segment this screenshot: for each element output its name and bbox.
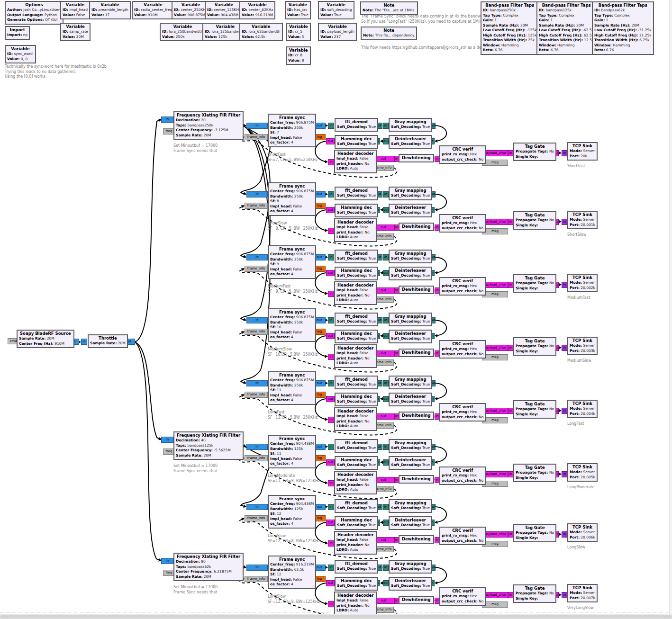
chain1-fft-demod-in-port[interactable]: in — [328, 123, 334, 129]
soapy-bladerf-source-block[interactable]: Soapy BladeRF SourceSample Rate: 20MCent… — [17, 330, 74, 348]
chain7-fft-demod-block[interactable]: fft_demodSoft_Decoding: True — [335, 499, 378, 513]
chain3-gray-mapping-block[interactable]: Gray mappingSoft_Decoding: True — [389, 250, 432, 263]
chain5-tcp-sink-block[interactable]: TCP SinkMode: ServerPort: 20.004k — [567, 400, 598, 418]
chain3-fft-demod-block[interactable]: fft_demodSoft_Decoding: True — [335, 250, 378, 263]
chain5-frame-sync-block[interactable]: Frame syncCenter_freq: 906.875MBandwidth… — [268, 371, 316, 405]
bandpass-62k-block[interactable]: Band-pass Filter TapsID: bandpass62kTap … — [592, 1, 654, 55]
chain5-header-decoder-block[interactable]: Header decoderImpl_head: Falseprint_head… — [334, 407, 377, 431]
variable-radio-center-freq-block[interactable]: VariableID: radio_center_freqValue: 910M — [132, 1, 174, 19]
chain3-crc-verif-in-port[interactable]: in — [435, 287, 439, 294]
chain3-frame-sync-in-port[interactable]: in — [246, 254, 268, 260]
note-dependency-block[interactable]: NoteNote: This flo... dependency. — [361, 27, 417, 40]
chain5-deinterleaver-out-port[interactable]: out — [383, 396, 389, 402]
chain7-crc-verif-block[interactable]: CRC verifprint_rx_msg: Hexoutput_crc_che… — [439, 527, 486, 545]
chain4-dewhitening-block[interactable]: Dewhitening — [399, 349, 434, 357]
chain6-crc-verif-in-port[interactable]: in — [435, 477, 439, 483]
chain6-crc-verif-block[interactable]: CRC verifprint_rx_msg: Hexoutput_crc_che… — [439, 466, 486, 485]
chain6-deinterleaver-block[interactable]: DeinterleaverSoft_Decoding: True — [389, 456, 432, 470]
chain7-hamming-dec-out-port[interactable]: out — [326, 520, 335, 526]
horizontal-scrollbar[interactable] — [0, 614, 672, 619]
chain2-deinterleaver-out-port[interactable]: out — [383, 207, 389, 213]
chain6-frame-sync-in-port[interactable]: in — [246, 444, 268, 450]
bandpass-250k-block[interactable]: Band-pass Filter TapsID: bandpass250kTap… — [481, 1, 539, 55]
horizontal-scrollbar-thumb[interactable] — [0, 615, 672, 619]
chain4-tcp-sink-in-port[interactable]: in — [562, 345, 567, 351]
chain8-crc-verif-in-port[interactable]: in — [435, 598, 439, 604]
chain6-frame-sync-block[interactable]: Frame syncCenter_freq: 904.438MBandwidth… — [268, 435, 316, 468]
chain7-tag-gate-block[interactable]: Tag GatePropagate Tags: NoSingle Key: — [513, 524, 556, 542]
chain7-hamming-dec-block[interactable]: Hamming decSoft_Decoding: True — [335, 516, 378, 530]
stream-wire[interactable] — [435, 320, 446, 336]
chain8-frame-sync-block[interactable]: Frame syncCenter_freq: 916.219MBandwidth… — [268, 556, 316, 589]
variable-soft-decoding-block[interactable]: VariableID: soft_decodingValue: True — [318, 1, 354, 19]
variable-samp-rate-block[interactable]: VariableID: samp_rateValue: 20M — [60, 23, 91, 41]
chain8-header-decoder-in-port[interactable]: in — [328, 601, 334, 607]
chain5-header-decoder-in-port[interactable]: in — [328, 417, 334, 423]
throttle-block[interactable]: ThrottleSample Rate: 20M — [88, 334, 128, 348]
chain2-gray-mapping-block[interactable]: Gray mappingSoft_Decoding: True — [389, 187, 432, 200]
chain2-tag-gate-in-port[interactable]: in — [508, 219, 513, 225]
stream-wire[interactable] — [435, 257, 446, 273]
chain5-frame-sync-in-port[interactable]: in — [246, 380, 268, 386]
chain4-gray-mapping-block[interactable]: Gray mappingSoft_Decoding: True — [389, 313, 432, 326]
chain3-fft-demod-in-port[interactable]: in — [328, 254, 334, 260]
chain1-gray-mapping-in-port[interactable]: in — [383, 123, 389, 129]
stream-wire[interactable] — [435, 126, 446, 141]
chain2-dewhitening-block[interactable]: Dewhitening — [399, 223, 434, 231]
throttle-in-port[interactable]: in — [81, 339, 87, 345]
chain8-fft-demod-in-port[interactable]: in — [328, 565, 334, 571]
chain1-tag-gate-in-port[interactable]: in — [508, 150, 513, 156]
chain8-tag-gate-in-port[interactable]: in — [508, 592, 513, 598]
freq-xlating-fir-filter-250k-block[interactable]: Frequency Xlating FIR FilterDecimation: … — [173, 111, 244, 140]
chain8-hamming-dec-out-port[interactable]: out — [326, 580, 335, 586]
chain8-hamming-dec-block[interactable]: Hamming decSoft_Decoding: True — [335, 577, 378, 591]
chain4-deinterleaver-out-port[interactable]: out — [383, 333, 389, 339]
chain8-gray-mapping-in-port[interactable]: in — [383, 565, 389, 571]
options-block[interactable]: OptionsAuthor: Josh Co...yLinuxUser)Outp… — [5, 1, 64, 25]
chain6-deinterleaver-out-port[interactable]: out — [383, 459, 389, 466]
chain6-tag-gate-block[interactable]: Tag GatePropagate Tags: NoSingle Key: — [513, 464, 556, 482]
chain1-hamming-dec-out-port[interactable]: out — [326, 138, 335, 144]
chain4-tag-gate-in-port[interactable]: in — [508, 345, 513, 351]
chain1-frame-sync-frame-info-port[interactable]: frame_info — [245, 134, 268, 140]
chain4-hamming-dec-out-port[interactable]: out — [326, 333, 335, 339]
chain3-deinterleaver-block[interactable]: DeinterleaverSoft_Decoding: True — [389, 267, 432, 280]
chain2-crc-verif-in-port[interactable]: in — [435, 224, 439, 231]
chain6-hamming-dec-block[interactable]: Hamming decSoft_Decoding: True — [335, 456, 378, 470]
chain4-hamming-dec-block[interactable]: Hamming decSoft_Decoding: True — [335, 330, 378, 343]
chain3-tag-gate-block[interactable]: Tag GatePropagate Tags: NoSingle Key: — [513, 274, 556, 293]
chain7-header-decoder-in-port[interactable]: in — [328, 540, 334, 547]
chain8-tcp-sink-in-port[interactable]: in — [562, 592, 567, 598]
chain6-header-decoder-in-port[interactable]: in — [328, 480, 334, 486]
chain8-fft-demod-block[interactable]: fft_demodSoft_Decoding: True — [335, 560, 378, 574]
variable-cr-5-block[interactable]: VariableID: cr_5Value: 5 — [286, 23, 311, 41]
chain3-header-decoder-in-port[interactable]: in — [328, 291, 334, 297]
stream-wire[interactable] — [435, 447, 446, 462]
chain1-frame-sync-block[interactable]: Frame syncCenter_freq: 906.875MBandwidth… — [268, 114, 316, 147]
fir3-in-port[interactable]: in — [161, 558, 173, 564]
chain5-tag-gate-block[interactable]: Tag GatePropagate Tags: NoSingle Key: — [513, 400, 556, 419]
chain2-gray-mapping-in-port[interactable]: in — [383, 191, 389, 197]
chain6-tcp-sink-block[interactable]: TCP SinkMode: ServerPort: 20.005k — [567, 463, 598, 482]
freq-xlating-fir-filter-62k-block[interactable]: Frequency Xlating FIR FilterDecimation: … — [173, 553, 244, 581]
stream-wire[interactable] — [435, 507, 446, 522]
chain6-hamming-dec-out-port[interactable]: out — [326, 459, 335, 466]
chain7-frame-sync-frame-info-port[interactable]: frame_info — [245, 515, 268, 521]
variable-payload-length-block[interactable]: VariableID: payload_lengthValue: 237 — [318, 23, 357, 41]
chain8-dewhitening-block[interactable]: Dewhitening — [399, 596, 434, 604]
fir1-in-port[interactable]: in — [161, 117, 173, 123]
chain4-fft-demod-block[interactable]: fft_demodSoft_Decoding: True — [335, 313, 378, 326]
note-frame-sync-block[interactable]: NoteNote: The "Fra...ure at 1MHz. — [360, 1, 418, 15]
chain8-header-decoder-block[interactable]: Header decoderImpl_head: Falseprint_head… — [334, 592, 377, 615]
chain2-fft-demod-in-port[interactable]: in — [328, 191, 334, 197]
chain3-dewhitening-block[interactable]: Dewhitening — [399, 286, 434, 294]
chain7-crc-verif-in-port[interactable]: in — [435, 537, 439, 543]
chain7-deinterleaver-block[interactable]: DeinterleaverSoft_Decoding: True — [389, 516, 432, 530]
chain1-frame-sync-in-port[interactable]: in — [246, 123, 268, 129]
chain4-deinterleaver-block[interactable]: DeinterleaverSoft_Decoding: True — [389, 330, 432, 343]
chain4-header-decoder-block[interactable]: Header decoderImpl_head: Falseprint_head… — [334, 344, 377, 368]
chain1-tcp-sink-block[interactable]: TCP SinkMode: ServerPort: 20k — [567, 142, 598, 161]
variable-sync-word-block[interactable]: VariableID: sync_wordValue: 0, 0 — [5, 45, 36, 63]
chain1-deinterleaver-block[interactable]: DeinterleaverSoft_Decoding: True — [389, 135, 432, 149]
chain5-deinterleaver-block[interactable]: DeinterleaverSoft_Decoding: True — [389, 393, 432, 406]
